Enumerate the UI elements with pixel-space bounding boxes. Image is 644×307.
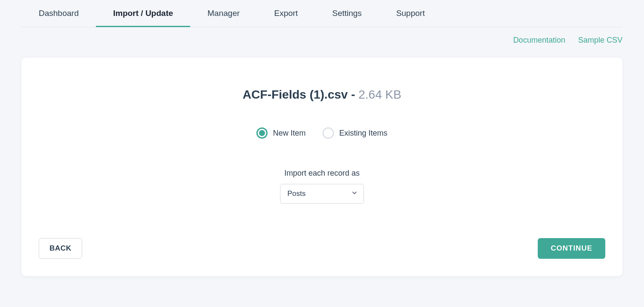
radio-new-item[interactable]: New Item [256, 127, 305, 139]
nav-tabs: Dashboard Import / Update Manager Export… [22, 0, 622, 27]
back-button[interactable]: BACK [39, 238, 82, 259]
tab-dashboard[interactable]: Dashboard [22, 0, 96, 27]
radio-label-new-item: New Item [273, 129, 305, 138]
tab-support[interactable]: Support [379, 0, 442, 27]
record-type-select[interactable]: Posts [280, 184, 364, 204]
select-section: Import each record as Posts [39, 169, 605, 204]
continue-button[interactable]: CONTINUE [538, 238, 605, 259]
card-footer: BACK CONTINUE [39, 238, 605, 259]
file-separator: - [348, 88, 358, 101]
sample-csv-link[interactable]: Sample CSV [578, 36, 622, 45]
file-size: 2.64 KB [358, 88, 401, 101]
tab-import-update[interactable]: Import / Update [96, 0, 190, 27]
radio-inner-icon [259, 130, 265, 136]
sub-links: Documentation Sample CSV [22, 27, 622, 53]
radio-existing-items[interactable]: Existing Items [323, 127, 387, 139]
radio-group: New Item Existing Items [39, 127, 605, 139]
tab-settings[interactable]: Settings [315, 0, 379, 27]
file-title: ACF-Fields (1).csv - 2.64 KB [39, 88, 605, 102]
radio-circle-icon [256, 127, 268, 139]
radio-circle-icon [323, 127, 334, 139]
radio-label-existing-items: Existing Items [339, 129, 387, 138]
file-name: ACF-Fields (1).csv [243, 88, 348, 101]
select-label: Import each record as [39, 169, 605, 178]
select-wrapper: Posts [280, 184, 364, 204]
tab-export[interactable]: Export [257, 0, 315, 27]
import-card: ACF-Fields (1).csv - 2.64 KB New Item Ex… [22, 58, 622, 276]
documentation-link[interactable]: Documentation [513, 36, 565, 45]
tab-manager[interactable]: Manager [190, 0, 257, 27]
